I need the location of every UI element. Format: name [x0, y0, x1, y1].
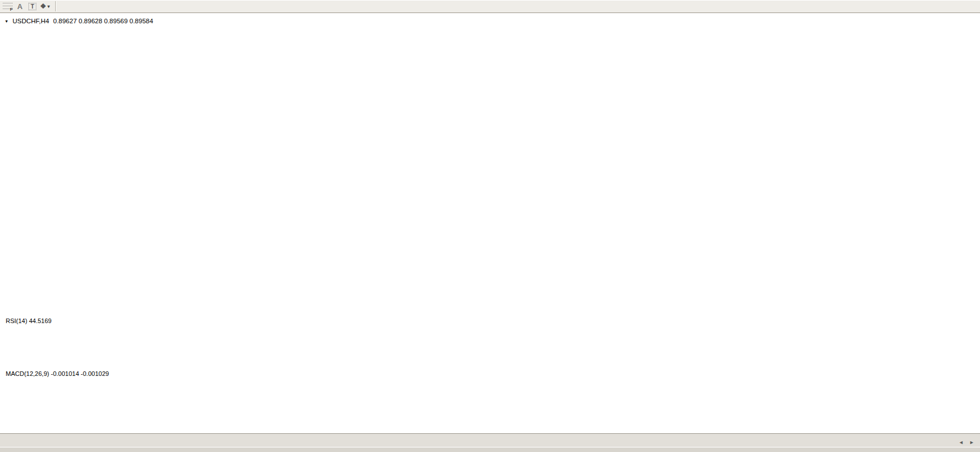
- dropdown-caret-icon: ▾: [47, 4, 49, 9]
- text-tool-icon[interactable]: A: [14, 1, 26, 11]
- macd-indicator-label: MACD(12,26,9) -0.001014 -0.001029: [6, 370, 109, 377]
- chart-canvas[interactable]: [0, 0, 980, 452]
- tab-scroll-right-icon[interactable]: ►: [969, 440, 974, 445]
- chart-title: ▼ USDCHF,H4 0.89627 0.89628 0.89569 0.89…: [5, 18, 153, 24]
- top-toolbar: F A T ❖▾: [0, 0, 980, 13]
- toolbar-separator: [55, 1, 56, 11]
- rsi-indicator-label: RSI(14) 44.5169: [6, 317, 52, 324]
- collapse-arrow-icon[interactable]: ▼: [5, 19, 9, 23]
- shapes-tool-icon[interactable]: ❖▾: [39, 1, 51, 11]
- status-bar: [0, 447, 980, 452]
- label-tool-icon[interactable]: T: [27, 1, 38, 11]
- fibonacci-tool-icon[interactable]: F: [2, 1, 13, 11]
- tab-scroll-controls: ◄ ►: [958, 440, 980, 447]
- chart-ohlc-values: 0.89627 0.89628 0.89569 0.89584: [53, 18, 153, 24]
- fibonacci-glyph: F: [3, 2, 13, 10]
- tab-scroll-left-icon[interactable]: ◄: [958, 440, 964, 445]
- trading-platform-window: F A T ❖▾ ▼ USDCHF,H4 0.89627 0.89628 0.8…: [0, 0, 980, 452]
- chart-symbol-label: USDCHF,H4: [13, 18, 49, 24]
- chart-tab-bar: ◄ ►: [0, 433, 980, 447]
